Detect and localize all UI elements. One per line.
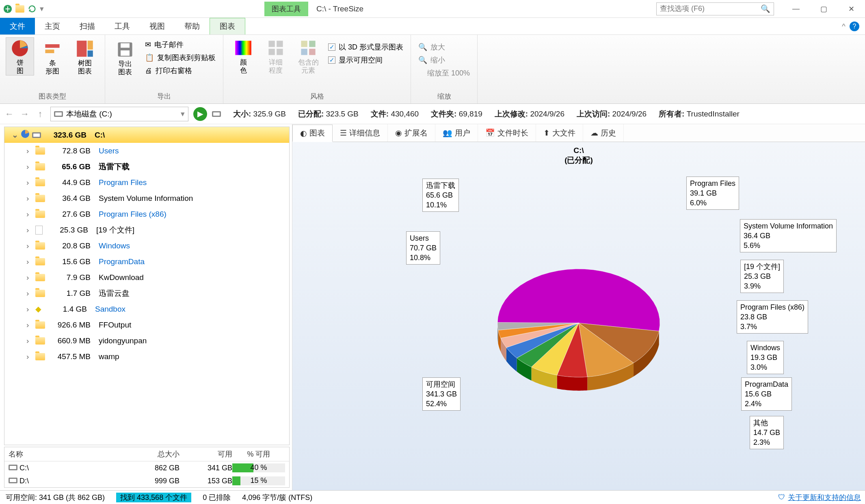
- tree-row[interactable]: ›1.7 GB迅雷云盘: [4, 285, 289, 301]
- menu-help[interactable]: 帮助: [175, 18, 210, 34]
- col-pct[interactable]: % 可用: [232, 449, 285, 459]
- export-chart-button[interactable]: 导出 图表: [111, 37, 139, 76]
- expand-icon[interactable]: ›: [26, 162, 33, 171]
- col-total[interactable]: 总大小: [127, 449, 179, 459]
- expand-icon[interactable]: ›: [26, 352, 33, 361]
- menu-file[interactable]: 文件: [0, 18, 35, 34]
- print-right-button[interactable]: 🖨打印右窗格: [143, 65, 217, 76]
- tree-row[interactable]: ›36.4 GBSystem Volume Information: [4, 190, 289, 206]
- zoom-out-button[interactable]: 🔍缩小: [417, 54, 471, 66]
- folder-icon: [35, 337, 45, 345]
- tree-row[interactable]: ›7.9 GBKwDownload: [4, 269, 289, 285]
- users-icon: 👥: [443, 128, 452, 138]
- bar-chart-button[interactable]: 条 形图: [38, 37, 67, 75]
- detail-level-button[interactable]: 详细 程度: [262, 37, 290, 75]
- tab-extensions[interactable]: ◉扩展名: [388, 124, 435, 142]
- expand-icon[interactable]: ›: [26, 273, 33, 282]
- drive-row[interactable]: C:\862 GB341 GB40 %: [4, 461, 289, 474]
- file-icon: [35, 226, 43, 235]
- zoom-in-button[interactable]: 🔍放大: [417, 41, 471, 53]
- search-options[interactable]: 🔍: [656, 2, 774, 15]
- expand-icon[interactable]: ›: [26, 194, 33, 203]
- treemap-button[interactable]: 树图 图表: [71, 37, 99, 75]
- expand-icon[interactable]: ›: [26, 305, 33, 314]
- qat-dropdown-icon[interactable]: ▾: [40, 4, 44, 13]
- tree-row[interactable]: ›◆1.4 GBSandbox: [4, 301, 289, 317]
- refresh-icon[interactable]: [28, 4, 37, 13]
- tree-size: 72.8 GB: [48, 146, 96, 155]
- expand-icon[interactable]: ›: [26, 336, 33, 345]
- expand-icon[interactable]: ›: [26, 289, 33, 298]
- status-support-link[interactable]: 🛡 关于更新和支持的信息: [778, 493, 865, 502]
- folder-icon: [35, 321, 45, 329]
- nav-up-icon[interactable]: ↑: [35, 109, 45, 119]
- menu-home[interactable]: 主页: [35, 18, 70, 34]
- include-elements-button[interactable]: 包含的 元素: [294, 37, 322, 75]
- expand-icon[interactable]: ›: [26, 178, 33, 187]
- tree-row[interactable]: ›926.6 MBFFOutput: [4, 317, 289, 333]
- expand-icon[interactable]: ›: [26, 241, 33, 250]
- chk-3d[interactable]: ✓以 3D 形式显示图表: [327, 41, 405, 53]
- color-button[interactable]: 颜 色: [229, 37, 257, 75]
- expand-icon[interactable]: ›: [26, 210, 33, 219]
- tree-row[interactable]: ›65.6 GB迅雷下载: [4, 159, 289, 174]
- tree-row[interactable]: ›44.9 GBProgram Files: [4, 174, 289, 190]
- tree-row[interactable]: ›25.3 GB[19 个文件]: [4, 222, 289, 238]
- tab-users[interactable]: 👥用户: [435, 124, 478, 142]
- menu-tools[interactable]: 工具: [105, 18, 140, 34]
- pie-chart-button[interactable]: 饼 图: [6, 37, 34, 75]
- minimize-button[interactable]: —: [782, 0, 810, 18]
- tree-row[interactable]: ›27.6 GBProgram Files (x86): [4, 206, 289, 222]
- svg-rect-17: [301, 49, 307, 55]
- drive-selector[interactable]: 本地磁盘 (C:) ▾: [50, 107, 188, 121]
- tab-details[interactable]: ☰详细信息: [333, 124, 388, 142]
- tab-chart[interactable]: ◐图表: [292, 125, 333, 142]
- email-button[interactable]: ✉电子邮件: [143, 39, 217, 50]
- tab-bigfiles[interactable]: ⬆大文件: [536, 124, 583, 142]
- expand-icon[interactable]: ›: [26, 226, 33, 235]
- scan-button[interactable]: ▶: [193, 107, 207, 121]
- tree-row[interactable]: ›20.8 GBWindows: [4, 238, 289, 254]
- expand-icon[interactable]: ›: [26, 146, 33, 155]
- sandbox-icon: ◆: [35, 304, 41, 314]
- tree-root[interactable]: ⌄ 323.6 GB C:\: [4, 127, 289, 143]
- zoom-100-button[interactable]: 缩放至 100%: [417, 67, 471, 79]
- spectrum-icon: [234, 39, 252, 57]
- location-bar: ← → ↑ 本地磁盘 (C:) ▾ ▶ 大小: 325.9 GB 已分配: 32…: [0, 104, 865, 124]
- chk-freespace[interactable]: ✓显示可用空间: [327, 54, 405, 66]
- col-free[interactable]: 可用: [179, 449, 232, 459]
- close-button[interactable]: ✕: [837, 0, 865, 18]
- tree-row[interactable]: ›457.5 MBwamp: [4, 349, 289, 364]
- tree-row[interactable]: ›72.8 GBUsers: [4, 143, 289, 159]
- collapse-icon[interactable]: ⌄: [12, 130, 18, 140]
- search-icon[interactable]: 🔍: [761, 4, 770, 13]
- nav-back-icon[interactable]: ←: [4, 109, 15, 119]
- group-export: 导出: [111, 90, 217, 103]
- svg-rect-14: [277, 49, 283, 55]
- expand-icon[interactable]: ›: [26, 321, 33, 330]
- hdd-icon: [54, 111, 63, 117]
- search-input[interactable]: [660, 4, 761, 13]
- tree-size: 1.4 GB: [44, 305, 93, 314]
- menu-scan[interactable]: 扫描: [70, 18, 105, 34]
- open-folder-icon[interactable]: [15, 4, 24, 13]
- tab-history[interactable]: ☁历史: [583, 124, 624, 142]
- folder-tree[interactable]: ⌄ 323.6 GB C:\ ›72.8 GBUsers›65.6 GB迅雷下载…: [4, 127, 290, 445]
- pie-icon: ◐: [300, 129, 307, 138]
- tab-filetime[interactable]: 📅文件时长: [478, 124, 536, 142]
- callout-free: 可用空间341.3 GB52.4%: [422, 377, 461, 411]
- menu-chart[interactable]: 图表: [210, 18, 245, 34]
- col-name[interactable]: 名称: [9, 449, 127, 459]
- tree-row[interactable]: ›15.6 GBProgramData: [4, 254, 289, 269]
- drive-row[interactable]: D:\999 GB153 GB15 %: [4, 474, 289, 487]
- collapse-ribbon-icon[interactable]: ^: [842, 22, 846, 31]
- copy-clipboard-button[interactable]: 📋复制图表到剪贴板: [143, 52, 217, 63]
- tree-row[interactable]: ›660.9 MByidongyunpan: [4, 333, 289, 349]
- svg-rect-16: [309, 41, 315, 47]
- maximize-button[interactable]: ▢: [810, 0, 837, 18]
- expand-icon[interactable]: ›: [26, 257, 33, 266]
- nav-fwd-icon[interactable]: →: [19, 109, 30, 119]
- menu-view[interactable]: 视图: [140, 18, 175, 34]
- status-freespace: 可用空间: 341 GB (共 862 GB): [0, 493, 110, 502]
- help-icon[interactable]: ?: [850, 22, 859, 31]
